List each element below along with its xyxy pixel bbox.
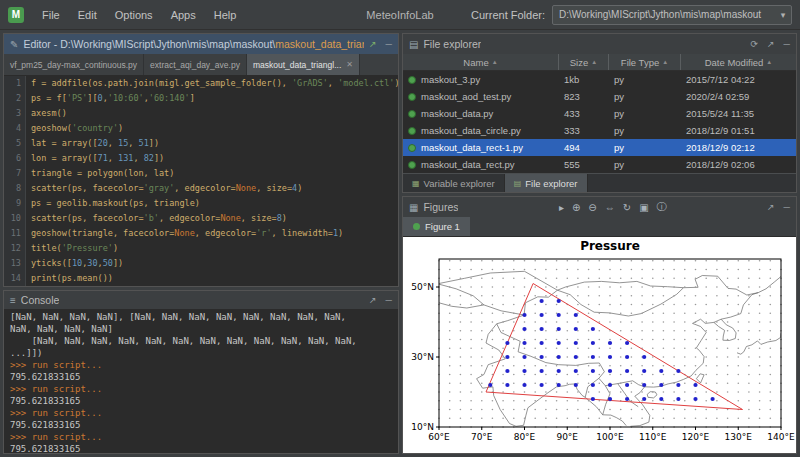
svg-text:30°N: 30°N bbox=[411, 352, 434, 362]
code-editor[interactable]: 1234567891011121314 f = addfile(os.path.… bbox=[4, 76, 398, 286]
editor-icon: ✎ bbox=[10, 39, 18, 50]
file-type-cell: py bbox=[609, 125, 681, 136]
py-file-icon bbox=[408, 76, 416, 84]
minimize-icon[interactable]: ─ bbox=[386, 39, 392, 49]
current-folder-group: Current Folder: D:\Working\MIScript\Jyth… bbox=[471, 5, 792, 25]
file-date-cell: 2018/12/9 02:12 bbox=[681, 142, 796, 153]
line-number: 11 bbox=[4, 226, 21, 241]
file-explorer-title-bar: ▤ File explorer ⟳ ↗ ─ bbox=[403, 34, 796, 54]
rotate-icon[interactable]: ↻ bbox=[623, 202, 631, 213]
menu-item-help[interactable]: Help bbox=[206, 6, 245, 24]
editor-title: Editor - D:\Working\MIScript\Jython\mis\… bbox=[23, 38, 364, 50]
line-number: 7 bbox=[4, 166, 21, 181]
svg-text:50°N: 50°N bbox=[411, 282, 434, 292]
sort-icon: ▲ bbox=[591, 59, 597, 65]
select-cursor-icon[interactable]: ▸ bbox=[559, 202, 564, 213]
file-size-cell: 494 bbox=[559, 142, 609, 153]
current-folder-label: Current Folder: bbox=[471, 9, 545, 21]
console-output[interactable]: [NaN, NaN, NaN, NaN], [NaN, NaN, NaN, Na… bbox=[4, 309, 398, 453]
menu-item-apps[interactable]: Apps bbox=[163, 6, 204, 24]
minimize-icon[interactable]: ─ bbox=[784, 202, 790, 212]
app-logo-icon: M bbox=[8, 7, 24, 23]
editor-tab[interactable]: vf_pm25_day-max_continuous.py bbox=[4, 54, 144, 75]
code-line: lat = array([20, 15, 51]) bbox=[31, 136, 398, 151]
menu-item-file[interactable]: File bbox=[34, 6, 68, 24]
minimize-icon[interactable]: ─ bbox=[386, 295, 392, 305]
figure-tab[interactable]: Figure 1 bbox=[403, 217, 470, 236]
current-folder-combo[interactable]: D:\Working\MIScript\Jython\mis\map\masko… bbox=[552, 5, 792, 25]
tab-variable-explorer[interactable]: ▦Variable explorer bbox=[403, 174, 505, 192]
minimize-icon[interactable]: ─ bbox=[784, 39, 790, 49]
pan-icon[interactable]: ⇔ bbox=[605, 202, 615, 213]
tab-label: File explorer bbox=[525, 178, 577, 189]
line-number: 3 bbox=[4, 106, 21, 121]
column-header-size[interactable]: Size▲ bbox=[559, 54, 609, 70]
console-icon: ≡ bbox=[10, 295, 16, 306]
identify-icon[interactable]: ⓘ bbox=[657, 200, 667, 214]
zoom-in-icon[interactable]: ⊕ bbox=[572, 202, 580, 213]
full-extent-icon[interactable]: ▣ bbox=[639, 202, 648, 213]
editor-tab[interactable]: maskout_data_triangl...✕ bbox=[247, 54, 360, 75]
column-header-label: Name bbox=[463, 57, 488, 68]
file-table-body: maskout_3.py1kbpy2015/7/12 04:22maskout_… bbox=[403, 71, 796, 173]
code-lines[interactable]: f = addfile(os.path.join(migl.get_sample… bbox=[26, 76, 398, 286]
line-number: 9 bbox=[4, 196, 21, 211]
editor-tab-label: extract_aqi_day_ave.py bbox=[150, 60, 240, 70]
py-file-icon bbox=[408, 93, 416, 101]
file-row[interactable]: maskout_aod_test.py823py2020/2/4 02:59 bbox=[403, 88, 796, 105]
file-row[interactable]: maskout_data.py433py2015/5/24 11:35 bbox=[403, 105, 796, 122]
close-icon[interactable]: ✕ bbox=[346, 60, 353, 69]
file-explorer-panel: ▤ File explorer ⟳ ↗ ─ Name▲Size▲File Typ… bbox=[402, 33, 797, 193]
file-row[interactable]: maskout_data_rect.py555py2018/12/9 02:06 bbox=[403, 156, 796, 173]
float-window-icon[interactable]: ↗ bbox=[767, 39, 775, 49]
pressure-map-figure[interactable]: 60°E70°E80°E90°E100°E110°E120°E130°E140°… bbox=[403, 237, 796, 453]
file-date-cell: 2018/12/9 01:51 bbox=[681, 125, 796, 136]
svg-text:130°E: 130°E bbox=[725, 432, 753, 442]
file-size-cell: 555 bbox=[559, 159, 609, 170]
console-line: [NaN, NaN, NaN, NaN], [NaN, NaN, NaN, Na… bbox=[10, 311, 398, 323]
column-header-name[interactable]: Name▲ bbox=[403, 54, 559, 70]
svg-text:100°E: 100°E bbox=[596, 432, 624, 442]
column-header-date-modified[interactable]: Date Modified▲ bbox=[681, 54, 796, 70]
code-line: print(ps.mean()) bbox=[31, 271, 398, 286]
file-name-cell: maskout_3.py bbox=[403, 74, 559, 85]
file-row[interactable]: maskout_data_circle.py333py2018/12/9 01:… bbox=[403, 122, 796, 139]
line-number: 10 bbox=[4, 211, 21, 226]
file-name-cell: maskout_data_rect.py bbox=[403, 159, 559, 170]
console-line: 795.621833165 bbox=[10, 443, 398, 453]
float-window-icon[interactable]: ↗ bbox=[767, 202, 775, 212]
zoom-out-icon[interactable]: ⊖ bbox=[588, 202, 596, 213]
console-line: >>> run script... bbox=[10, 359, 398, 371]
code-line: scatter(ps, facecolor='gray', edgecolor=… bbox=[31, 181, 398, 196]
tab-file-explorer[interactable]: ▤File explorer bbox=[505, 174, 588, 192]
file-row[interactable]: maskout_3.py1kbpy2015/7/12 04:22 bbox=[403, 71, 796, 88]
refresh-icon[interactable]: ⟳ bbox=[751, 39, 759, 49]
line-number: 6 bbox=[4, 151, 21, 166]
file-date-cell: 2015/5/24 11:35 bbox=[681, 108, 796, 119]
code-line: title('Pressure') bbox=[31, 241, 398, 256]
figure-canvas[interactable]: 60°E70°E80°E90°E100°E110°E120°E130°E140°… bbox=[403, 237, 796, 453]
svg-text:140°E: 140°E bbox=[767, 432, 795, 442]
file-explorer-title: File explorer bbox=[423, 38, 481, 50]
file-size-cell: 823 bbox=[559, 91, 609, 102]
figures-title-bar: ▦ Figures ▸⊕⊖⇔↻▣ⓘ ↗ ─ bbox=[403, 197, 796, 217]
line-number-gutter: 1234567891011121314 bbox=[4, 76, 26, 286]
console-line: NaN, NaN, NaN, NaN] bbox=[10, 323, 398, 335]
tab-icon: ▤ bbox=[514, 179, 522, 188]
file-type-cell: py bbox=[609, 159, 681, 170]
code-line: yticks([10,30,50]) bbox=[31, 256, 398, 271]
editor-title-filename: maskout_data_triangle.py bbox=[275, 38, 364, 50]
line-number: 4 bbox=[4, 121, 21, 136]
menu-item-edit[interactable]: Edit bbox=[70, 6, 105, 24]
editor-tab[interactable]: extract_aqi_day_ave.py bbox=[144, 54, 247, 75]
figures-icon: ▦ bbox=[409, 202, 418, 213]
column-header-file-type[interactable]: File Type▲ bbox=[609, 54, 681, 70]
window-title: MeteoInfoLab bbox=[366, 9, 433, 21]
float-window-icon[interactable]: ↗ bbox=[369, 295, 377, 305]
file-name-cell: maskout_data.py bbox=[403, 108, 559, 119]
file-row[interactable]: maskout_data_rect-1.py494py2018/12/9 02:… bbox=[403, 139, 796, 156]
menu-item-options[interactable]: Options bbox=[107, 6, 161, 24]
dropdown-arrow-icon[interactable]: ▾ bbox=[775, 10, 791, 20]
float-window-icon[interactable]: ↗ bbox=[369, 39, 377, 49]
svg-text:80°E: 80°E bbox=[514, 432, 536, 442]
